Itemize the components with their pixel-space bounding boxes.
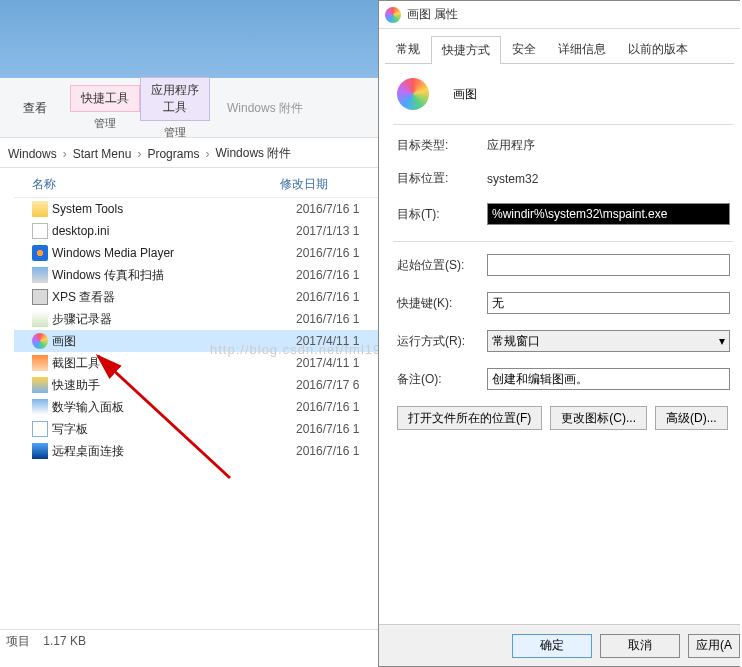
chevron-right-icon: › — [203, 147, 211, 161]
advanced-button[interactable]: 高级(D)... — [655, 406, 728, 430]
file-name: XPS 查看器 — [52, 289, 296, 306]
dialog-title: 画图 属性 — [407, 6, 458, 23]
file-date: 2016/7/16 1 — [296, 290, 380, 304]
file-icon — [32, 311, 48, 327]
file-icon — [32, 377, 48, 393]
breadcrumb-item[interactable]: Programs — [143, 147, 203, 161]
file-icon — [32, 399, 48, 415]
ribbon-sub-label: 管理 — [70, 116, 140, 131]
ribbon-tab-label: Windows 附件 — [210, 96, 320, 121]
list-item[interactable]: 远程桌面连接2016/7/16 1 — [14, 440, 380, 462]
list-item[interactable]: 画图2017/4/11 1 — [14, 330, 380, 352]
file-name: 步骤记录器 — [52, 311, 296, 328]
file-name: 快速助手 — [52, 377, 296, 394]
label-target-type: 目标类型: — [397, 137, 487, 154]
file-icon — [32, 333, 48, 349]
column-checkbox[interactable] — [14, 176, 32, 193]
file-name: 写字板 — [52, 421, 296, 438]
ribbon-tab-label: 应用程序工具 — [140, 77, 210, 121]
run-select-value: 常规窗口 — [492, 333, 540, 350]
list-item[interactable]: desktop.ini2017/1/13 1 — [14, 220, 380, 242]
ribbon: 查看 快捷工具 管理 应用程序工具 管理 Windows 附件 — [0, 78, 380, 138]
value-target-location: system32 — [487, 172, 730, 186]
ribbon-tab-label: 快捷工具 — [70, 85, 140, 112]
list-item[interactable]: 快速助手2016/7/17 6 — [14, 374, 380, 396]
file-date: 2016/7/17 6 — [296, 378, 380, 392]
breadcrumb-item[interactable]: Windows 附件 — [211, 145, 295, 162]
explorer-titlebar-area — [0, 0, 380, 78]
ribbon-tab-app-tools[interactable]: 应用程序工具 管理 — [140, 78, 210, 138]
file-icon — [32, 201, 48, 217]
file-icon — [32, 443, 48, 459]
list-item[interactable]: 截图工具2017/4/11 1 — [14, 352, 380, 374]
status-bar: 项目 1.17 KB — [0, 629, 380, 651]
apply-button[interactable]: 应用(A — [688, 634, 740, 658]
list-item[interactable]: 数学输入面板2016/7/16 1 — [14, 396, 380, 418]
chevron-down-icon: ▾ — [719, 334, 725, 348]
label-target: 目标(T): — [397, 206, 487, 223]
separator — [393, 124, 733, 125]
file-date: 2016/7/16 1 — [296, 312, 380, 326]
tab-general[interactable]: 常规 — [385, 35, 431, 63]
column-date[interactable]: 修改日期 — [280, 176, 380, 193]
file-date: 2017/1/13 1 — [296, 224, 380, 238]
app-name: 画图 — [453, 86, 477, 103]
dialog-titlebar[interactable]: 画图 属性 — [379, 1, 740, 29]
hotkey-input[interactable] — [487, 292, 730, 314]
label-run: 运行方式(R): — [397, 333, 487, 350]
file-name: 数学输入面板 — [52, 399, 296, 416]
run-select[interactable]: 常规窗口 ▾ — [487, 330, 730, 352]
change-icon-button[interactable]: 更改图标(C)... — [550, 406, 647, 430]
list-item[interactable]: Windows 传真和扫描2016/7/16 1 — [14, 264, 380, 286]
list-item[interactable]: XPS 查看器2016/7/16 1 — [14, 286, 380, 308]
column-name[interactable]: 名称 — [32, 176, 280, 193]
file-icon — [32, 289, 48, 305]
breadcrumb-item[interactable]: Windows — [4, 147, 61, 161]
breadcrumb-item[interactable]: Start Menu — [69, 147, 136, 161]
file-icon — [32, 223, 48, 239]
open-file-location-button[interactable]: 打开文件所在的位置(F) — [397, 406, 542, 430]
file-date: 2016/7/16 1 — [296, 422, 380, 436]
label-hotkey: 快捷键(K): — [397, 295, 487, 312]
tab-strip: 常规 快捷方式 安全 详细信息 以前的版本 — [385, 35, 734, 64]
chevron-right-icon: › — [61, 147, 69, 161]
label-comment: 备注(O): — [397, 371, 487, 388]
file-name: 远程桌面连接 — [52, 443, 296, 460]
tab-previous-versions[interactable]: 以前的版本 — [617, 35, 699, 63]
value-target-type: 应用程序 — [487, 137, 730, 154]
comment-input[interactable] — [487, 368, 730, 390]
tab-security[interactable]: 安全 — [501, 35, 547, 63]
dialog-body: 画图 目标类型: 应用程序 目标位置: system32 目标(T): 起始位置… — [379, 64, 740, 440]
list-item[interactable]: Windows Media Player2016/7/16 1 — [14, 242, 380, 264]
list-item[interactable]: System Tools2016/7/16 1 — [14, 198, 380, 220]
tab-shortcut[interactable]: 快捷方式 — [431, 36, 501, 64]
file-icon — [32, 421, 48, 437]
ok-button[interactable]: 确定 — [512, 634, 592, 658]
file-date: 2016/7/16 1 — [296, 444, 380, 458]
start-in-input[interactable] — [487, 254, 730, 276]
properties-dialog: 画图 属性 常规 快捷方式 安全 详细信息 以前的版本 画图 目标类型: 应用程… — [378, 0, 740, 667]
cancel-button[interactable]: 取消 — [600, 634, 680, 658]
file-icon — [32, 355, 48, 371]
status-items: 项目 — [6, 634, 30, 648]
file-name: 截图工具 — [52, 355, 296, 372]
ribbon-sub-label: 管理 — [140, 125, 210, 140]
file-name: Windows 传真和扫描 — [52, 267, 296, 284]
file-name: Windows Media Player — [52, 246, 296, 260]
tab-details[interactable]: 详细信息 — [547, 35, 617, 63]
target-input[interactable] — [487, 203, 730, 225]
list-item[interactable]: 写字板2016/7/16 1 — [14, 418, 380, 440]
paint-icon — [385, 7, 401, 23]
dialog-footer: 确定 取消 应用(A — [379, 624, 740, 666]
label-start-in: 起始位置(S): — [397, 257, 487, 274]
file-name: 画图 — [52, 333, 296, 350]
paint-icon — [397, 78, 429, 110]
ribbon-tab-quick-tools[interactable]: 快捷工具 管理 — [70, 78, 140, 138]
separator — [393, 241, 733, 242]
ribbon-group-view[interactable]: 查看 — [0, 78, 70, 138]
ribbon-view-label: 查看 — [0, 100, 70, 117]
breadcrumb[interactable]: Windows› Start Menu› Programs› Windows 附… — [0, 140, 380, 168]
list-item[interactable]: 步骤记录器2016/7/16 1 — [14, 308, 380, 330]
ribbon-tab-accessories[interactable]: Windows 附件 — [210, 78, 320, 138]
file-list: 名称 修改日期 System Tools2016/7/16 1desktop.i… — [14, 172, 380, 462]
